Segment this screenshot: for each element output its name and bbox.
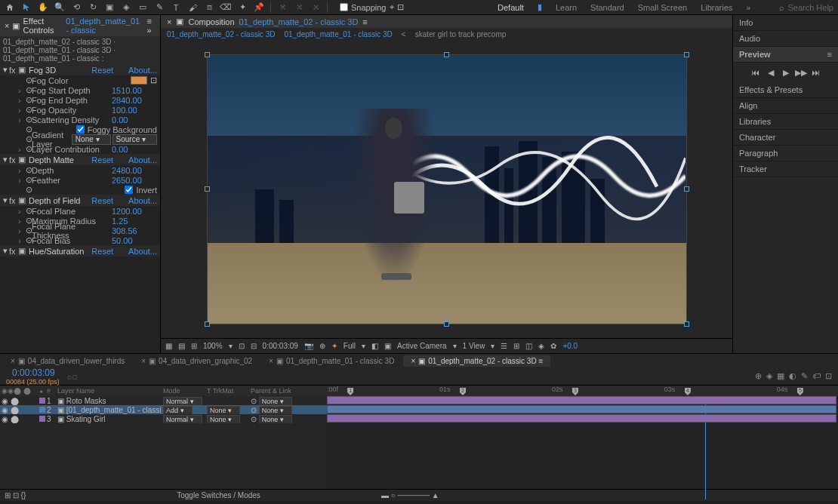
zoom-tool-icon[interactable]: 🔍 bbox=[54, 2, 65, 13]
comp-breadcrumb-item[interactable]: skater girl to track precomp bbox=[415, 30, 507, 38]
panel-character[interactable]: Character bbox=[733, 130, 838, 146]
effect-property[interactable]: ›⊙Focal Plane1200.00 bbox=[0, 206, 160, 216]
layer-row[interactable]: ◉ ⬤3▣ Skating GirlNormal ▾None ▾⊙ None ▾ bbox=[0, 414, 327, 423]
effect-property[interactable]: ›⊙Scattering Density0.00 bbox=[0, 115, 160, 124]
timeline-tab[interactable]: ×▣ 04_data_driven_lower_thirds bbox=[3, 355, 132, 367]
axis-icon[interactable]: ⤧ bbox=[277, 2, 288, 13]
comp-breadcrumb-item[interactable]: 01_depth_matte_01 - classic 3D bbox=[284, 30, 392, 38]
transform-handle[interactable] bbox=[205, 186, 210, 192]
zoom-level[interactable]: 100% bbox=[203, 342, 223, 350]
tl-icon[interactable]: ◈ bbox=[766, 371, 772, 381]
vc-icon[interactable]: ⊡ bbox=[239, 342, 245, 350]
clip[interactable] bbox=[327, 414, 836, 423]
viewport[interactable] bbox=[161, 41, 732, 338]
footer-icon[interactable]: ⊞ ⊡ {} bbox=[5, 491, 26, 499]
workspace-standard[interactable]: Standard bbox=[590, 3, 624, 12]
effect-property[interactable]: ›⊙Focal Bias50.00 bbox=[0, 235, 160, 245]
effect-property[interactable]: ›⊙Fog Opacity100.00 bbox=[0, 105, 160, 115]
search-icon[interactable]: ⌕▢ bbox=[67, 372, 78, 381]
effect-header[interactable]: ▾fx▣Depth MatteResetAbout... bbox=[0, 154, 160, 165]
type-tool-icon[interactable]: T bbox=[171, 2, 181, 13]
workspace-more-icon[interactable]: » bbox=[746, 3, 750, 12]
tl-icon[interactable]: ✎ bbox=[801, 371, 808, 381]
camera-tool-icon[interactable]: ▣ bbox=[104, 2, 115, 13]
comp-breadcrumb-item[interactable]: < bbox=[402, 30, 406, 38]
timeline-tab[interactable]: ×▣ 01_depth_matte_01 - classic 3D bbox=[261, 355, 402, 367]
prev-frame-icon[interactable]: ◀ bbox=[766, 67, 776, 78]
transform-handle[interactable] bbox=[444, 52, 449, 57]
transform-handle[interactable] bbox=[684, 186, 689, 192]
panel-effects-presets[interactable]: Effects & Presets bbox=[733, 82, 838, 98]
vc-icon[interactable]: ✦ bbox=[331, 342, 337, 350]
snap-icon1[interactable]: ⌖ bbox=[390, 2, 394, 12]
panel-preview[interactable]: Preview≡ bbox=[733, 47, 838, 63]
effect-controls-header[interactable]: ×▣ Effect Controls 01_depth_matte_01 - c… bbox=[0, 15, 160, 36]
exposure[interactable]: +0.0 bbox=[562, 342, 578, 350]
puppet-tool-icon[interactable]: 📌 bbox=[254, 2, 264, 13]
play-icon[interactable]: ▶ bbox=[781, 67, 791, 78]
workspace-default[interactable]: Default bbox=[498, 3, 524, 12]
panel-info[interactable]: Info bbox=[733, 15, 838, 31]
vc-icon[interactable]: ⊟ bbox=[251, 342, 257, 350]
last-frame-icon[interactable]: ⏭ bbox=[811, 67, 821, 78]
effect-property[interactable]: ›⊙Fog End Depth2840.00 bbox=[0, 95, 160, 105]
transform-handle[interactable] bbox=[684, 52, 689, 57]
workspace-learn[interactable]: Learn bbox=[556, 3, 577, 12]
vc-icon[interactable]: ◫ bbox=[525, 342, 532, 350]
vc-icon[interactable]: ☰ bbox=[501, 342, 507, 350]
snapping-checkbox[interactable] bbox=[340, 3, 348, 11]
pan-behind-tool-icon[interactable]: ◈ bbox=[121, 2, 131, 13]
layer-row[interactable]: ◉ ⬤1▣ Roto MasksNormal ▾⊙ None ▾ bbox=[0, 396, 327, 405]
brush-tool-icon[interactable]: 🖌 bbox=[187, 2, 198, 13]
vc-icon[interactable]: ◈ bbox=[538, 342, 544, 350]
vc-icon[interactable]: ▤ bbox=[178, 342, 185, 350]
roto-tool-icon[interactable]: ✦ bbox=[237, 2, 248, 13]
timeline-timecode[interactable]: 0:00:03:09 bbox=[6, 367, 61, 378]
selection-tool-icon[interactable] bbox=[21, 2, 32, 13]
vc-icon[interactable]: ⊞ bbox=[513, 342, 519, 350]
timeline-tab[interactable]: ×▣ 01_depth_matte_02 - classic 3D ≡ bbox=[403, 355, 550, 367]
effect-property[interactable]: ⊙ Foggy Background bbox=[0, 124, 160, 134]
panel-align[interactable]: Align bbox=[733, 98, 838, 114]
transform-handle[interactable] bbox=[444, 321, 449, 327]
search-icon[interactable]: ⌕ bbox=[779, 3, 784, 12]
time-ruler[interactable]: :00f01s02s03s04s12345 bbox=[327, 386, 838, 396]
effect-property[interactable]: ›⊙Fog Start Depth1510.00 bbox=[0, 85, 160, 95]
snapping-toggle[interactable]: Snapping ⌖ ⊡ bbox=[340, 2, 404, 12]
next-frame-icon[interactable]: ▶▶ bbox=[796, 67, 806, 78]
view-dropdown[interactable]: 1 View bbox=[463, 342, 485, 350]
clip[interactable] bbox=[327, 405, 836, 413]
snap-icon2[interactable]: ⊡ bbox=[397, 2, 404, 12]
tl-icon[interactable]: ▦ bbox=[777, 371, 784, 381]
effect-header[interactable]: ▾fx▣Depth of FieldResetAbout... bbox=[0, 195, 160, 206]
workspace-small[interactable]: Small Screen bbox=[638, 3, 687, 12]
timeline-tracks[interactable]: :00f01s02s03s04s12345 bbox=[327, 386, 838, 489]
snapshot-icon[interactable]: 📷 bbox=[304, 342, 313, 350]
transform-handle[interactable] bbox=[684, 321, 689, 327]
workspace-libraries[interactable]: Libraries bbox=[701, 3, 732, 12]
tl-icon[interactable]: ⊡ bbox=[825, 371, 832, 381]
hand-tool-icon[interactable]: ✋ bbox=[38, 2, 48, 13]
vc-icon[interactable]: ▣ bbox=[384, 342, 391, 350]
resolution-dropdown[interactable]: Full bbox=[344, 342, 356, 350]
vc-icon[interactable]: ◧ bbox=[371, 342, 378, 350]
vc-icon[interactable]: ✿ bbox=[550, 342, 556, 350]
effect-property[interactable]: ›⊙Depth2480.00 bbox=[0, 165, 160, 175]
vc-icon[interactable]: ⊕ bbox=[319, 342, 325, 350]
effect-property[interactable]: ›⊙Feather2650.00 bbox=[0, 175, 160, 185]
clone-tool-icon[interactable]: ⧈ bbox=[204, 2, 214, 13]
first-frame-icon[interactable]: ⏮ bbox=[750, 67, 761, 78]
panel-paragraph[interactable]: Paragraph bbox=[733, 146, 838, 161]
effect-property[interactable]: ⊙Gradient LayerNone ▾ Source ▾ bbox=[0, 134, 160, 144]
layer-row[interactable]: ◉ ⬤2▣ [01_depth_matte_01 - classic 3D]Ad… bbox=[0, 405, 327, 414]
transform-handle[interactable] bbox=[205, 321, 210, 327]
viewport-timecode[interactable]: 0:00:03:09 bbox=[263, 342, 298, 350]
tl-icon[interactable]: ⊕ bbox=[755, 371, 762, 381]
transform-handle[interactable] bbox=[205, 52, 210, 57]
axis3-icon[interactable]: ⤩ bbox=[310, 2, 321, 13]
panel-libraries[interactable]: Libraries bbox=[733, 114, 838, 130]
comp-breadcrumb-item[interactable]: 01_depth_matte_02 - classic 3D bbox=[167, 30, 275, 38]
timeline-tab[interactable]: ×▣ 04_data_driven_graphic_02 bbox=[134, 355, 260, 367]
timeline-marker[interactable]: 3 bbox=[572, 388, 578, 395]
home-icon[interactable] bbox=[5, 2, 15, 13]
